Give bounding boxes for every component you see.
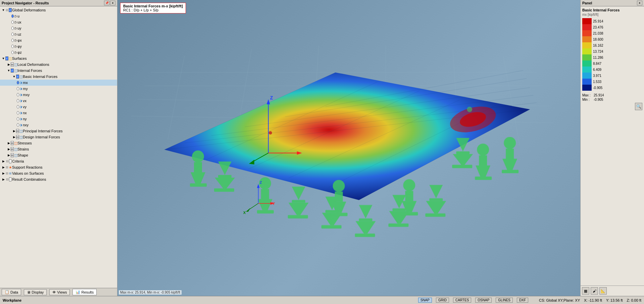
tree-item-pz[interactable]: ◷ φz [0,49,117,55]
vx-icon: ◑ [17,98,22,103]
mx-icon: ◑ [17,80,22,85]
surfaces-checkbox: ✓ [5,56,8,60]
svg-rect-51 [331,213,348,216]
close-left-panel-button[interactable]: × [110,1,115,5]
values-on-surfaces-icon: ⊟ ≋ [6,171,11,176]
design-if-label: Design Internal Forces [23,135,60,139]
tree-item-px[interactable]: ◷ φx [0,37,117,43]
osnap-button[interactable]: OSNAP [475,298,492,303]
tree-item-support-reactions[interactable]: ▶ ⊟ ★ Support Reactions [0,164,117,170]
tree-item-u[interactable]: ◷ u [0,13,117,19]
tree-item-stresses[interactable]: ▶ ⊟ ◫ Stresses [0,140,117,146]
tree-item-values-on-surfaces[interactable]: ▶ ⊟ ≋ Values on Surfaces [0,170,117,176]
internal-forces-icon: ✓ ◫ [11,68,17,73]
dxf-button[interactable]: DXF [517,298,528,303]
py-radio [11,45,14,48]
panel-icon-ruler[interactable]: 📐 [599,287,607,295]
svg-marker-42 [426,201,446,213]
svg-text:Z: Z [260,180,262,184]
nxy-icon: ◑ [17,122,22,128]
tab-display[interactable]: 🖥 Display [24,289,47,295]
pin-button[interactable]: 📌 [104,1,109,5]
px-radio [11,39,14,42]
tree-item-vx[interactable]: ◑ vx [0,98,117,104]
ux-icon: ◷ [11,19,17,25]
left-panel-header: Project Navigator - Results 📌 × [0,0,117,6]
legend-color-8 [582,67,592,73]
svg-rect-75 [452,165,472,168]
expander-global-def[interactable]: ▼ [1,7,6,13]
shape-label: Shape [17,153,28,157]
grid-button[interactable]: GRID [436,298,449,303]
svg-text:Z: Z [270,95,273,100]
tree-item-criteria[interactable]: ▶ ⊟ Criteria [0,158,117,164]
tree-container[interactable]: ▼ ⊟ ✓ Global Deformations ◷ u [0,6,117,288]
tree-item-principal-if[interactable]: ▶ ⊟ ◫ Principal Internal Forces [0,128,117,134]
support-reactions-label: Support Reactions [12,165,43,169]
tree-item-my[interactable]: ◑ my [0,86,117,92]
svg-rect-55 [401,212,418,215]
internal-forces-checkbox: ✓ [11,69,14,73]
legend-color-4 [582,42,592,48]
tree-item-strains[interactable]: ▶ ⊟ ◫ Strains [0,146,117,152]
left-panel-title: Project Navigator - Results [2,1,49,5]
tree-item-result-combinations[interactable]: ▶ ⊟ Result Combinations [0,176,117,182]
glines-button[interactable]: GLINES [496,298,513,303]
min-row: Min : -0.905 [582,98,642,101]
tree-item-design-if[interactable]: ▶ ⊟ ◫ Design Internal Forces [0,134,117,140]
tree-item-uz[interactable]: ◷ uz [0,31,117,37]
expander-result-combinations[interactable]: ▶ [1,177,6,182]
viewport-svg: Z Z Y X [117,0,580,296]
svg-marker-34 [355,221,376,233]
tree-item-mx[interactable]: ◑ mx [0,80,117,86]
tree-item-ny[interactable]: ◑ ny [0,116,117,122]
viewport[interactable]: Basic Internal Forces m-x [kipft/ft] RC1… [117,0,580,296]
tree-item-py[interactable]: ◷ φy [0,43,117,49]
svg-rect-49 [335,191,343,202]
px-label: φx [17,38,22,42]
svg-marker-26 [289,203,309,215]
tab-data[interactable]: 📋 Data [2,289,21,295]
tree-item-uy[interactable]: ◷ uy [0,25,117,31]
magnifier-button[interactable]: 🔍 [635,103,642,110]
tab-results[interactable]: 📊 Results [72,289,97,295]
legend-color-5 [582,48,592,54]
u-icon: ◷ [11,13,17,19]
max-label: Max : [582,93,592,97]
nxy-label: nxy [23,123,29,127]
legend-color-6 [582,54,592,60]
close-right-panel-button[interactable]: × [637,1,642,5]
vy-label: vy [23,105,27,109]
svg-marker-62 [502,159,517,170]
tree-item-internal-forces[interactable]: ▼ ✓ ◫ Internal Forces [0,68,117,74]
panel-icon-grid[interactable]: ▦ [582,287,589,295]
uz-icon: ◷ [11,32,17,37]
cartes-button[interactable]: CARTES [453,298,471,303]
u-radio [11,14,14,18]
right-panel-header: Panel × [581,0,644,6]
design-if-checkbox: ⊟ [16,135,19,139]
tree-item-shape[interactable]: ▶ ⊟ ◫ Shape [0,152,117,158]
tree-item-nxy[interactable]: ◑ nxy [0,122,117,128]
expander-criteria[interactable]: ▶ [1,159,6,164]
tree-item-surfaces[interactable]: ▼ ✓ ◫ Surfaces [0,55,117,61]
tree-item-mxy[interactable]: ◑ mxy [0,92,117,98]
strains-icon: ⊟ ◫ [11,146,17,152]
cs-coord: CS: Global XY;Plane: XY [539,298,580,302]
tree-item-ux[interactable]: ◷ ux [0,19,117,25]
tree-item-nx[interactable]: ◑ nx [0,110,117,116]
tree-item-basic-if[interactable]: ▼ ✓ ◫ Basic Internal Forces [0,74,117,80]
expander-values-on-surfaces[interactable]: ▶ [1,171,6,176]
tree-item-global-deformations[interactable]: ▼ ⊟ ✓ Global Deformations [0,7,117,13]
legend-value-8: 6.409 [593,68,601,72]
tree-item-vy[interactable]: ◑ vy [0,104,117,110]
tab-views[interactable]: 👁 Views [49,289,70,295]
legend-value-3: 18.600 [593,38,603,41]
panel-icon-paint[interactable]: 🖌 [591,287,598,295]
local-def-checkbox: ⊟ [11,62,14,67]
principal-if-checkbox: ⊟ [16,129,19,133]
snap-button[interactable]: SNAP [418,298,432,303]
tab-data-label: Data [10,290,18,294]
legend-row-7: 8.847 [582,60,642,67]
tree-item-local-def[interactable]: ▶ ⊟ ◫ Local Deformations [0,61,117,68]
